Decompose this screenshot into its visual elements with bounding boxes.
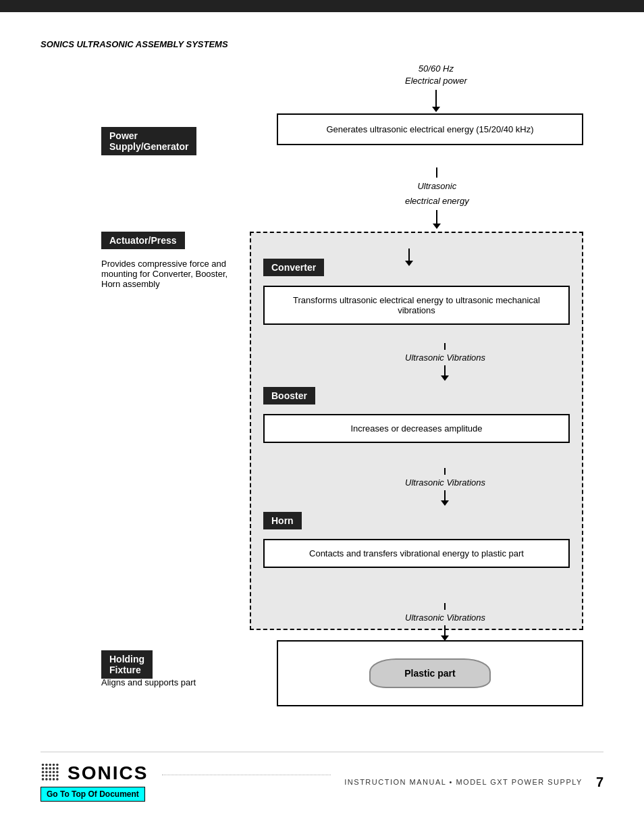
svg-point-13 <box>53 771 55 773</box>
ultrasonic-electrical-label1: Ultrasonic <box>417 181 456 191</box>
svg-point-1 <box>45 764 48 766</box>
svg-point-10 <box>42 771 45 773</box>
svg-point-16 <box>45 775 48 777</box>
actuator-desc: Provides compressive force and mounting … <box>101 259 236 289</box>
converter-desc: Transforms ultrasonic electrical energy … <box>293 295 540 315</box>
power-input-label2: Electrical power <box>405 75 467 87</box>
arrow-converter-booster: Ultrasonic Vibrations <box>405 343 485 381</box>
power-supply-label: Power Supply/Generator <box>101 127 196 155</box>
svg-point-7 <box>49 767 51 770</box>
svg-point-14 <box>56 771 59 773</box>
sonics-logo-icon <box>41 762 62 784</box>
ultrasonic-electrical-label2: electrical energy <box>405 196 469 206</box>
plastic-part-shape: Plastic part <box>369 658 490 688</box>
vibrations-label3: Ultrasonic Vibrations <box>405 613 485 623</box>
top-bar <box>0 0 644 12</box>
svg-point-8 <box>53 767 55 770</box>
power-supply-desc: Generates ultrasonic electrical energy (… <box>326 124 533 134</box>
footer-manual-text: INSTRUCTION MANUAL • MODEL GXT POWER SUP… <box>344 778 583 786</box>
footer-left: SONICS Go To Top Of Document <box>41 762 149 802</box>
svg-point-4 <box>56 764 59 766</box>
top-arrow-area: 50/60 Hz Electrical power <box>405 63 467 112</box>
svg-point-9 <box>56 767 59 770</box>
svg-point-22 <box>49 778 51 781</box>
svg-point-20 <box>42 778 45 781</box>
power-input-label1: 50/60 Hz <box>419 63 454 75</box>
svg-point-5 <box>42 767 45 770</box>
svg-point-21 <box>45 778 48 781</box>
horn-desc: Contacts and transfers vibrational energ… <box>309 548 524 558</box>
sonics-logo: SONICS <box>41 762 148 784</box>
svg-point-19 <box>56 775 59 777</box>
page-title: SONICS ULTRASONIC ASSEMBLY SYSTEMS <box>41 39 603 49</box>
footer-divider <box>162 775 331 775</box>
arrow-horn-fixture: Ultrasonic Vibrations <box>405 603 485 641</box>
plastic-part-label: Plastic part <box>404 668 455 679</box>
booster-desc: Increases or decreases amplitude <box>350 423 482 434</box>
horn-label: Horn <box>263 512 302 529</box>
svg-point-3 <box>53 764 55 766</box>
converter-label: Converter <box>263 259 324 276</box>
sonics-logo-text: SONICS <box>68 762 148 784</box>
svg-point-12 <box>49 771 51 773</box>
svg-point-18 <box>53 775 55 777</box>
holding-fixture-label: Holding Fixture <box>101 650 153 679</box>
footer-right: INSTRUCTION MANUAL • MODEL GXT POWER SUP… <box>344 775 603 790</box>
arrow-into-converter <box>405 249 413 266</box>
svg-point-17 <box>49 775 51 777</box>
booster-label: Booster <box>263 387 315 405</box>
vibrations-label1: Ultrasonic Vibrations <box>405 353 485 363</box>
svg-point-24 <box>56 778 59 781</box>
svg-point-0 <box>42 764 45 766</box>
footer: SONICS Go To Top Of Document INSTRUCTION… <box>41 752 603 802</box>
booster-desc-box: Increases or decreases amplitude <box>263 414 570 443</box>
svg-point-11 <box>45 771 48 773</box>
svg-point-6 <box>45 767 48 770</box>
svg-point-23 <box>53 778 55 781</box>
power-supply-desc-box: Generates ultrasonic electrical energy (… <box>277 113 583 145</box>
actuator-label: Actuator/Press <box>101 232 185 249</box>
holding-fixture-desc: Aligns and supports part <box>101 677 236 687</box>
footer-page-number: 7 <box>596 775 603 790</box>
plastic-part-box: Plastic part <box>277 640 583 706</box>
horn-desc-box: Contacts and transfers vibrational energ… <box>263 539 570 568</box>
svg-point-2 <box>49 764 51 766</box>
diagram: 50/60 Hz Electrical power Power Supply/G… <box>41 63 603 738</box>
arrow-booster-horn: Ultrasonic Vibrations <box>405 468 485 506</box>
go-to-top-button[interactable]: Go To Top Of Document <box>41 787 145 802</box>
converter-desc-box: Transforms ultrasonic electrical energy … <box>263 286 570 325</box>
arrow-to-actuator: Ultrasonic electrical energy <box>405 167 469 229</box>
vibrations-label2: Ultrasonic Vibrations <box>405 477 485 488</box>
svg-point-15 <box>42 775 45 777</box>
